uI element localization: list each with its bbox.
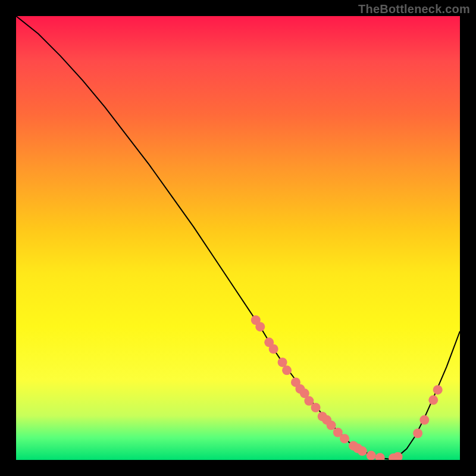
data-point bbox=[428, 395, 438, 405]
chart-plot-area bbox=[16, 16, 460, 460]
data-point bbox=[311, 403, 321, 412]
data-point bbox=[327, 421, 336, 430]
data-point bbox=[255, 322, 265, 331]
data-point bbox=[367, 451, 376, 460]
watermark-text: TheBottleneck.com bbox=[358, 2, 470, 16]
data-point bbox=[278, 358, 287, 367]
data-point bbox=[358, 446, 367, 456]
data-point bbox=[413, 428, 422, 438]
curve-path bbox=[16, 16, 460, 459]
data-point bbox=[433, 385, 443, 394]
data-point bbox=[375, 453, 385, 460]
data-point bbox=[282, 365, 292, 375]
data-point bbox=[419, 415, 429, 425]
data-point bbox=[269, 345, 278, 354]
chart-svg bbox=[16, 16, 460, 460]
data-point bbox=[340, 434, 349, 443]
